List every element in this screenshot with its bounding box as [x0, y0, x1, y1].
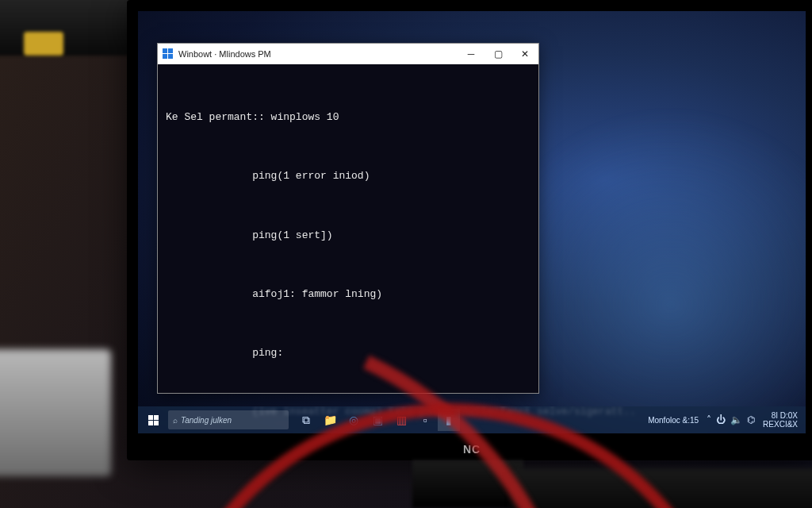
background-router	[0, 0, 143, 56]
taskbar-app-mail[interactable]: ▥	[390, 409, 412, 431]
taskbar-pinned-apps: ⧉ 📁 ◎ ▣ ▥ ▫ ▮	[295, 409, 460, 431]
start-button[interactable]	[138, 406, 168, 433]
tray-volume-icon[interactable]: 🔈	[730, 414, 742, 425]
window-maximize-button[interactable]: ▢	[485, 44, 511, 64]
tray-network-icon[interactable]: ⏻	[716, 414, 726, 425]
svg-rect-1	[168, 48, 173, 53]
svg-rect-3	[168, 54, 173, 59]
keyboard	[511, 468, 812, 508]
terminal-line: ping:	[166, 344, 530, 364]
windows-app-icon	[163, 48, 174, 60]
taskbar: Tanding julken ⧉ 📁 ◎ ▣ ▥ ▫ ▮ Monfoloc &:…	[138, 406, 806, 433]
foreground-device	[0, 349, 111, 476]
tray-wifi-icon[interactable]: ⌬	[747, 414, 755, 425]
window-title: Winbowt · Mlindows PM	[178, 49, 271, 59]
taskbar-app-edge[interactable]: ◎	[343, 409, 365, 431]
terminal-line: aifoj1: fammor lning)	[166, 285, 530, 305]
terminal-line: Ke Sel permant:: winplows 10	[166, 108, 530, 128]
ethernet-plug	[24, 32, 63, 56]
monitor-stand	[412, 460, 523, 508]
windows-logo-icon	[148, 415, 159, 425]
svg-rect-0	[163, 48, 167, 53]
desktop-screen: Winbowt · Mlindows PM ─ ▢ ✕ Ke Sel perma…	[138, 11, 806, 433]
taskbar-app-store[interactable]: ▣	[366, 409, 389, 431]
tray-status-text: Monfoloc &:15	[648, 416, 699, 425]
monitor-frame: Winbowt · Mlindows PM ─ ▢ ✕ Ke Sel perma…	[127, 0, 812, 460]
clock-time: 8I D:0X	[763, 411, 798, 420]
window-minimize-button[interactable]: ─	[458, 44, 485, 64]
terminal-body[interactable]: Ke Sel permant:: winplows 10 ping(1 erro…	[158, 64, 538, 433]
taskbar-app-terminal[interactable]: ▮	[438, 409, 460, 431]
terminal-line: ping(1 sert])	[166, 226, 530, 246]
tray-chevron-icon[interactable]: ˄	[707, 414, 711, 425]
svg-rect-2	[163, 54, 167, 59]
clock-date: REXCI&X	[763, 420, 798, 429]
taskbar-app-generic[interactable]: ▫	[414, 409, 436, 431]
search-placeholder: Tanding julken	[181, 416, 232, 425]
window-close-button[interactable]: ✕	[511, 44, 538, 64]
system-tray: Monfoloc &:15 ˄ ⏻ 🔈 ⌬ 8I D:0X REXCI&X	[648, 411, 806, 429]
terminal-line: ping(1 error iniod)	[166, 167, 530, 187]
monitor-brand-label: NC	[463, 443, 481, 456]
taskbar-app-explorer[interactable]: 📁	[319, 409, 341, 431]
window-titlebar[interactable]: Winbowt · Mlindows PM ─ ▢ ✕	[158, 44, 538, 64]
taskbar-search-input[interactable]: Tanding julken	[168, 410, 289, 429]
taskbar-app-taskview[interactable]: ⧉	[295, 409, 317, 431]
terminal-window: Winbowt · Mlindows PM ─ ▢ ✕ Ke Sel perma…	[157, 43, 539, 394]
taskbar-clock[interactable]: 8I D:0X REXCI&X	[763, 411, 798, 429]
